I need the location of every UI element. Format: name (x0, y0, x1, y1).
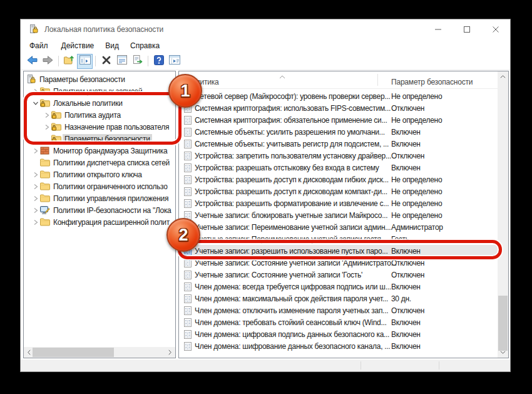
back-button[interactable] (24, 54, 40, 69)
tree-item[interactable]: Конфигурация расширенной полит (24, 216, 175, 228)
column-header-value[interactable]: Параметр безопасности (391, 78, 473, 86)
policy-row[interactable]: Устройства: запретить пользователям уста… (179, 150, 498, 162)
policy-row[interactable]: Член домена: требовать стойкий сеансовый… (179, 316, 498, 328)
maximize-button[interactable] (453, 19, 481, 39)
policy-doc-icon (184, 187, 192, 196)
policy-doc-icon (184, 294, 192, 303)
scrollbar-thumb[interactable] (498, 296, 508, 351)
annotation-rect-row (178, 240, 502, 259)
show-console-tree-button[interactable] (77, 54, 93, 69)
scrollbar-thumb[interactable] (33, 348, 114, 357)
minimize-button[interactable] (424, 19, 453, 39)
policy-value: Включен (391, 342, 421, 351)
policy-row[interactable]: Член домена: шифрование данных безопасно… (179, 340, 498, 352)
policy-name: Устройства: разрешать отстыковку без вхо… (195, 163, 379, 172)
delete-icon (101, 55, 111, 68)
forward-button[interactable] (40, 54, 56, 69)
policy-row[interactable]: Устройства: разрешить форматирование и и… (179, 197, 498, 209)
policy-value: Включен (391, 163, 421, 172)
horizontal-scrollbar[interactable] (24, 347, 175, 358)
folder-icon (40, 182, 51, 190)
policy-row[interactable]: Устройства: разрешить доступ к дисковода… (179, 174, 498, 185)
policy-doc-icon (184, 318, 192, 327)
help-button[interactable] (151, 54, 166, 69)
column-divider[interactable] (377, 74, 378, 86)
policy-row[interactable]: Член домена: отключить изменение пароля … (179, 304, 498, 316)
chevron-collapsed-icon[interactable] (31, 184, 40, 190)
policy-row[interactable]: Сетевой сервер (Майкрософт): уровень про… (179, 90, 498, 102)
properties-button[interactable] (114, 54, 130, 69)
tree-item[interactable]: Политики управления приложения (24, 192, 175, 204)
policy-row[interactable]: Член домена: цифровая подпись данных без… (179, 328, 498, 340)
tree-item[interactable]: Политики открытого ключа (24, 168, 175, 180)
chevron-collapsed-icon[interactable] (31, 172, 40, 178)
policy-row[interactable]: Учетные записи: Переименование учетной з… (179, 221, 498, 233)
chevron-collapsed-icon[interactable] (31, 207, 40, 214)
export-list-icon (133, 55, 143, 67)
menu-item-0[interactable]: Файл (29, 40, 56, 51)
folder-icon (40, 170, 51, 179)
policy-value: Отключен (391, 104, 424, 113)
up-folder-button[interactable] (61, 54, 77, 69)
policy-value: Включен (391, 128, 421, 137)
chevron-collapsed-icon[interactable] (31, 195, 40, 202)
tree-item-label: Монитор брандмауэра Защитника (51, 146, 169, 156)
policy-doc-icon (184, 128, 192, 137)
firewall-icon (40, 147, 51, 155)
chevron-collapsed-icon[interactable] (31, 219, 40, 226)
policy-row[interactable]: Учетные записи: блокировать учетные запи… (179, 209, 498, 221)
help-icon (154, 55, 164, 68)
menu-item-2[interactable]: Вид (100, 40, 125, 51)
new-window-icon (169, 55, 180, 67)
policy-name: Учетные записи: Состояние учетной записи… (195, 259, 397, 267)
tree-item[interactable]: Политики ограниченного использо (24, 180, 175, 192)
scroll-up-button[interactable] (498, 71, 508, 82)
vertical-scrollbar[interactable] (498, 71, 508, 358)
policy-doc-icon (184, 330, 192, 339)
policy-value: Отключен (391, 152, 424, 160)
policy-doc-icon (184, 283, 192, 291)
scroll-down-button[interactable] (498, 347, 508, 358)
list-header: Политика Параметр безопасности (179, 71, 508, 89)
policy-row[interactable]: Устройства: разрешить доступ к дисковода… (179, 185, 498, 197)
toolbar (21, 53, 510, 70)
policy-name: Системная криптография: обязательное при… (195, 116, 387, 125)
policy-name: Системная криптография: использовать FIP… (195, 104, 391, 113)
policy-row[interactable]: Системная криптография: обязательное при… (179, 114, 498, 126)
show-console-tree-icon (79, 55, 91, 67)
chevron-collapsed-icon[interactable] (31, 148, 40, 154)
tree-item[interactable]: Параметры безопасности (24, 73, 175, 85)
policy-list-panel: Политика Параметр безопасности Сетевой с… (178, 71, 509, 358)
tree-item-label: Параметры безопасности (38, 75, 127, 85)
close-button[interactable] (481, 19, 510, 39)
export-list-button[interactable] (130, 54, 145, 69)
annotation-step-2: 2 (166, 218, 200, 252)
annotation-step-1: 1 (168, 74, 202, 108)
policy-row[interactable]: Системные объекты: учитывать регистр для… (179, 138, 498, 150)
policy-name: Учетные записи: Переименование учетной з… (195, 223, 391, 232)
properties-icon (117, 55, 127, 67)
policy-row[interactable]: Устройства: разрешать отстыковку без вхо… (179, 162, 498, 174)
policy-name: Устройства: разрешить доступ к дисковода… (195, 175, 389, 184)
tree-item[interactable]: Политики IP-безопасности на "Лока (24, 204, 175, 216)
policy-row[interactable]: Системные объекты: усилить разрешения по… (179, 126, 498, 138)
policy-name: Устройства: разрешить доступ к дисковода… (195, 187, 387, 196)
tree-item-label: Конфигурация расширенной полит (51, 217, 171, 227)
policy-row[interactable]: Системная криптография: использовать FIP… (179, 102, 498, 114)
scroll-right-button[interactable] (165, 347, 175, 358)
tree-item[interactable]: Политики диспетчера списка сетей (24, 157, 175, 168)
policy-name: Устройства: запретить пользователям уста… (195, 152, 391, 160)
policy-value: Отключен (391, 306, 424, 315)
new-window-button[interactable] (166, 54, 182, 69)
policy-value: Включен (391, 318, 421, 327)
tree-item[interactable]: Монитор брандмауэра Защитника (24, 145, 175, 157)
policy-row[interactable]: Учетные записи: Состояние учетной записи… (179, 269, 498, 281)
policy-doc-icon (184, 199, 192, 208)
menu-item-3[interactable]: Справка (125, 40, 165, 51)
menu-item-1[interactable]: Действие (56, 40, 100, 51)
forward-icon (43, 56, 53, 67)
policy-row[interactable]: Член домена: всегда требуется цифровая п… (179, 281, 498, 293)
delete-button[interactable] (98, 54, 114, 69)
policy-row[interactable]: Член домена: максимальный срок действия … (179, 293, 498, 304)
policy-value: Не определено (391, 175, 442, 184)
